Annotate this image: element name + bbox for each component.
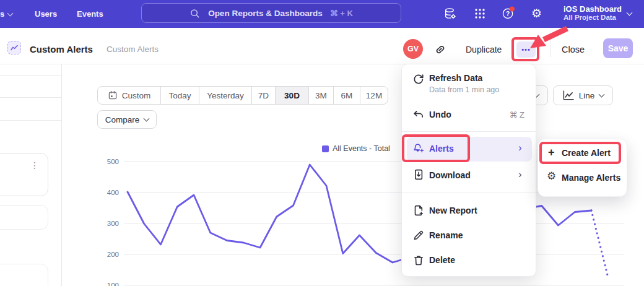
breadcrumb: Custom Alerts xyxy=(107,45,159,54)
menu-item-download[interactable]: Download xyxy=(429,170,471,180)
svg-text:300: 300 xyxy=(107,220,119,227)
sidebar-card[interactable] xyxy=(0,205,48,230)
legend-swatch xyxy=(322,145,329,152)
settings-gear-icon[interactable]: ⚙ xyxy=(531,6,542,21)
menu-item-alerts[interactable]: Alerts xyxy=(429,144,454,154)
pencil-icon xyxy=(412,229,425,241)
range-label: 7D xyxy=(258,91,269,100)
compare-label: Compare xyxy=(105,115,140,124)
range-today[interactable]: Today xyxy=(160,87,199,104)
sidebar-row-divider xyxy=(0,120,61,121)
trash-icon xyxy=(412,254,425,266)
new-report-icon xyxy=(412,204,425,217)
range-3m[interactable]: 3M xyxy=(308,87,333,104)
more-options-button[interactable]: ••• xyxy=(516,41,536,58)
sidebar-divider xyxy=(61,64,62,286)
compare-button[interactable]: Compare xyxy=(97,110,157,129)
range-30d-selected[interactable]: 30D xyxy=(275,87,308,104)
range-label: Yesterday xyxy=(207,91,244,100)
refresh-data-subtitle: Data from 1 min ago xyxy=(429,85,499,94)
save-button[interactable]: Save xyxy=(603,38,633,58)
svg-text:200: 200 xyxy=(107,251,119,258)
menu-divider xyxy=(402,131,537,132)
chevron-down-icon xyxy=(7,11,14,17)
svg-text:500: 500 xyxy=(107,158,119,165)
download-submenu-chevron-icon: › xyxy=(518,169,522,180)
header-divider xyxy=(550,40,551,57)
chevron-down-icon xyxy=(144,116,150,122)
undo-icon xyxy=(412,109,425,121)
report-header: Custom Alerts Custom Alerts GV Duplicate… xyxy=(0,28,644,64)
alerts-row-highlight xyxy=(407,137,532,162)
notification-dot xyxy=(510,7,515,12)
svg-text:400: 400 xyxy=(107,189,119,196)
undo-shortcut: ⌘ Z xyxy=(509,110,524,119)
submenu-item-create-alert[interactable]: Create Alert xyxy=(562,148,611,158)
refresh-icon xyxy=(412,73,425,85)
range-label: Today xyxy=(168,91,191,100)
date-range-control: Custom Today Yesterday 7D 30D 3M 6M 12M xyxy=(97,86,388,105)
chevron-down-icon xyxy=(599,92,605,98)
chart-type-button[interactable]: Line xyxy=(553,85,613,105)
more-options-menu: Refresh Data Data from 1 min ago Undo ⌘ … xyxy=(401,64,536,277)
range-label: Custom xyxy=(122,91,151,100)
range-label: 3M xyxy=(315,91,327,100)
download-icon xyxy=(412,168,425,181)
project-scope: All Project Data xyxy=(564,14,638,22)
sidebar-card[interactable] xyxy=(0,264,48,286)
share-link-icon[interactable] xyxy=(434,43,446,56)
help-icon[interactable]: ? xyxy=(502,6,515,20)
legend-series-label[interactable]: All Events - Total xyxy=(333,144,390,153)
kebab-menu-icon[interactable]: ⋮ xyxy=(30,161,39,170)
top-navigation-bar: s Users Events Open Reports & Dashboards… xyxy=(0,0,644,28)
calendar-icon xyxy=(108,90,118,100)
range-custom[interactable]: Custom xyxy=(98,87,160,104)
app-root: 500400300200100 s Users Events Open Repo… xyxy=(0,0,644,286)
range-7d[interactable]: 7D xyxy=(251,87,275,104)
menu-item-rename[interactable]: Rename xyxy=(429,230,463,240)
nav-item-users[interactable]: Users xyxy=(35,0,57,28)
global-search[interactable]: Open Reports & Dashboards ⌘ + K xyxy=(141,3,401,23)
page-title: Custom Alerts xyxy=(30,44,93,54)
sidebar-row-divider xyxy=(0,75,61,76)
search-icon xyxy=(189,8,200,19)
search-shortcut-hint: ⌘ + K xyxy=(330,9,353,18)
alerts-submenu: + Create Alert ⚙ Manage Alerts xyxy=(537,139,627,197)
menu-item-refresh-data[interactable]: Refresh Data xyxy=(429,73,482,83)
alerts-submenu-chevron-icon: › xyxy=(518,142,522,153)
duplicate-button[interactable]: Duplicate xyxy=(466,45,502,54)
range-label: 12M xyxy=(366,91,382,100)
menu-item-delete[interactable]: Delete xyxy=(429,255,455,265)
menu-divider xyxy=(402,193,537,193)
gear-icon: ⚙ xyxy=(547,170,556,183)
sidebar-card[interactable]: ⋮ xyxy=(0,153,48,196)
close-button[interactable]: Close xyxy=(562,45,585,54)
range-label: 6M xyxy=(341,91,353,100)
range-yesterday[interactable]: Yesterday xyxy=(199,87,251,104)
bell-plus-icon xyxy=(412,142,425,155)
sidebar-row-divider xyxy=(0,97,61,98)
nav-item-truncated[interactable]: s xyxy=(0,0,4,28)
search-placeholder: Open Reports & Dashboards xyxy=(208,9,323,18)
menu-item-new-report[interactable]: New Report xyxy=(429,206,477,215)
apps-grid-icon[interactable] xyxy=(473,7,487,20)
plus-icon: + xyxy=(548,146,555,158)
svg-text:?: ? xyxy=(506,11,510,17)
data-management-icon[interactable] xyxy=(443,7,457,20)
line-chart-icon xyxy=(562,90,574,101)
avatar[interactable]: GV xyxy=(403,39,423,59)
range-label: 30D xyxy=(284,91,300,100)
nav-item-events[interactable]: Events xyxy=(77,0,103,28)
svg-text:100: 100 xyxy=(107,282,119,286)
range-6m[interactable]: 6M xyxy=(333,87,360,104)
menu-item-undo[interactable]: Undo xyxy=(429,110,451,119)
range-12m[interactable]: 12M xyxy=(360,87,388,104)
chart-type-label: Line xyxy=(579,91,595,100)
report-type-icon xyxy=(7,41,21,54)
submenu-item-manage-alerts[interactable]: Manage Alerts xyxy=(562,173,620,183)
